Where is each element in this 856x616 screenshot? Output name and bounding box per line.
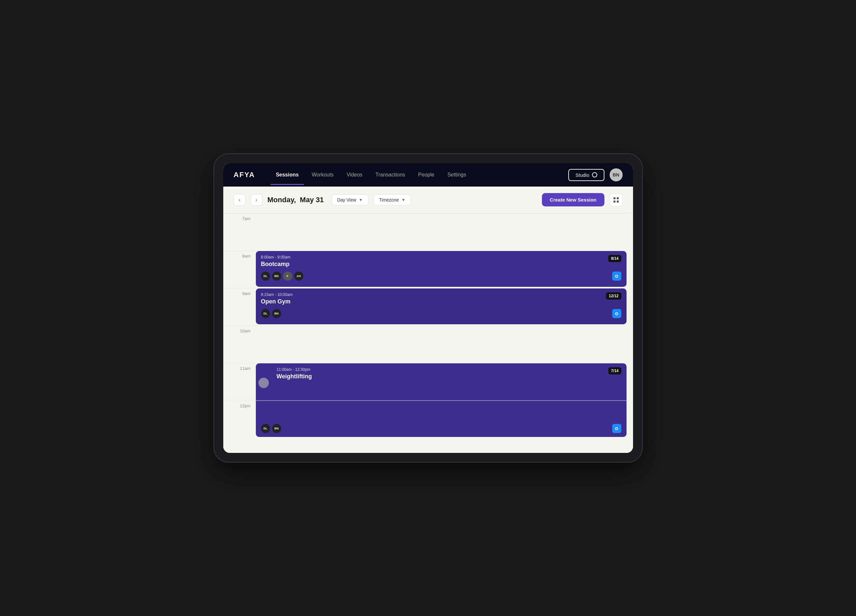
toolbar: ‹ › Monday, May 31 Day View ▼ Timezone ▼… [223,186,633,213]
time-9am: 9am [223,288,256,326]
session-bootcamp[interactable]: 8/14 8:00am - 9:00am Bootcamp DL BN F AH… [256,251,627,287]
svg-rect-2 [614,200,616,203]
screen: AFYA Sessions Workouts Videos Transactio… [223,163,633,453]
opengym-footer: DL BN o [261,309,621,318]
time-12pm: 12pm [223,400,256,438]
day-view-dropdown[interactable]: Day View ▼ [332,194,368,205]
chevron-down-icon: ▼ [401,198,405,202]
next-day-button[interactable]: › [251,194,262,206]
studio-label: Studio [576,172,590,178]
nav-item-settings[interactable]: Settings [442,169,471,180]
slot-12pm [256,400,627,438]
weightlifting-name: Weightlifting [261,373,621,380]
slot-9am: 12/12 9:15am - 10:00am Open Gym DL BN o [256,288,627,326]
nav-right: Studio BN [568,168,623,181]
slot-11am: 7/14 11:00am - 12:30pm Weightlifting DL … [256,363,627,400]
svg-rect-1 [617,197,619,199]
nav-links: Sessions Workouts Videos Transactions Pe… [271,169,568,180]
nav-item-videos[interactable]: Videos [342,169,368,180]
opengym-time: 9:15am - 10:00am [261,293,621,297]
bootcamp-avatars: DL BN F AH [261,271,303,281]
avatar-bn2: BN [272,309,281,318]
bootcamp-time: 8:00am - 9:00am [261,255,621,259]
nav-item-workouts[interactable]: Workouts [306,169,339,180]
opengym-avatars: DL BN [261,309,281,318]
avatar-ah: AH [294,271,303,281]
time-11am: 11am [223,363,256,400]
opengym-name: Open Gym [261,298,621,305]
studio-icon [592,172,597,177]
chevron-down-icon: ▼ [359,198,363,202]
session-opengym[interactable]: 12/12 9:15am - 10:00am Open Gym DL BN o [256,288,627,324]
time-10am: 10am [223,326,256,363]
svg-rect-3 [617,200,619,203]
studio-button[interactable]: Studio [568,169,604,181]
device-frame: AFYA Sessions Workouts Videos Transactio… [214,154,642,462]
create-session-button[interactable]: Create New Session [542,193,604,206]
prev-day-button[interactable]: ‹ [234,194,245,206]
time-7am: 7am [223,213,256,251]
bootcamp-options-button[interactable]: o [612,271,621,281]
time-8am: 8am [223,251,256,288]
slot-8am: 8/14 8:00am - 9:00am Bootcamp DL BN F AH… [256,251,627,288]
bootcamp-name: Bootcamp [261,261,621,268]
avatar-bn: BN [272,271,281,281]
grid-view-button[interactable] [610,193,623,206]
weightlifting-time: 11:00am - 12:30pm [261,367,621,372]
slot-10am [256,326,627,363]
avatar[interactable]: BN [610,168,623,181]
calendar-body: 7am 8am 9am 10am 11am 12pm 8/14 8:00am -… [223,213,633,453]
slot-7am [256,213,627,251]
svg-rect-0 [614,197,616,199]
avatar-dl: DL [261,271,270,281]
timezone-dropdown[interactable]: Timezone ▼ [374,194,411,205]
nav-item-people[interactable]: People [413,169,440,180]
nav-item-transactions[interactable]: Transactions [370,169,410,180]
app-logo: AFYA [234,171,255,179]
day-view-label: Day View [337,197,356,203]
opengym-options-button[interactable]: o [612,309,621,318]
date-bold: Monday, [268,196,296,204]
bootcamp-footer: DL BN F AH o [261,271,621,281]
avatar-f: F [283,271,292,281]
date-label: Monday, May 31 [268,196,324,204]
events-column: 8/14 8:00am - 9:00am Bootcamp DL BN F AH… [256,213,633,453]
nav-bar: AFYA Sessions Workouts Videos Transactio… [223,163,633,186]
timezone-label: Timezone [379,197,399,203]
avatar-dl2: DL [261,309,270,318]
nav-item-sessions[interactable]: Sessions [271,169,304,180]
time-column: 7am 8am 9am 10am 11am 12pm [223,213,256,453]
date-rest: May 31 [300,196,323,204]
